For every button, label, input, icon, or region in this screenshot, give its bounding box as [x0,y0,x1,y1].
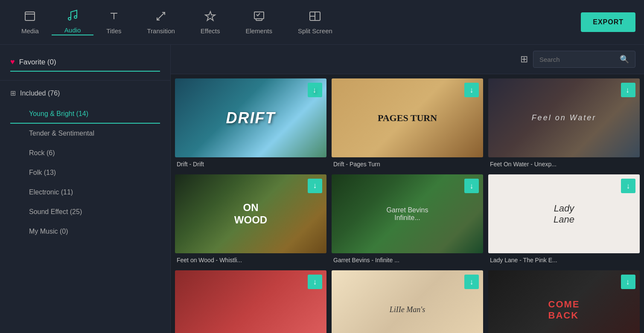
sidebar-item-folk[interactable]: Folk (13) [10,163,160,182]
nav-split-screen[interactable]: Split Screen [285,10,345,35]
nav-audio-label: Audio [64,26,81,34]
grid-label-feet-water: Feet On Water - Unexp... [488,157,640,169]
split-screen-icon [309,10,321,24]
content-grid: DRIFT ↓ Drift - Drift PAGES TURN ↓ Drift… [171,74,644,333]
nav-titles[interactable]: Titles [93,10,134,35]
nav-media-label: Media [21,27,39,35]
main-area: ♥ Favorite (0) ⊞ Included (76) Young & B… [0,45,644,333]
media-icon [24,10,36,24]
sidebar-favorite[interactable]: ♥ Favorite (0) [10,58,160,72]
sidebar-item-rock[interactable]: Rock (6) [10,143,160,163]
search-input[interactable] [539,56,616,63]
nav-transition-label: Transition [147,27,175,35]
grid-thumb-row3a: ↓ [175,270,326,333]
elements-icon [253,10,265,24]
grid-item-drift-pages[interactable]: PAGES TURN ↓ Drift - Pages Turn [332,78,483,169]
svg-point-2 [74,16,77,18]
grid-item-feet-wood[interactable]: ON WOOD ↓ Feet on Wood - Whistli... [175,174,326,265]
grid-thumb-row3b: LiIIe Man's ↓ [332,270,483,333]
nav-split-screen-label: Split Screen [298,27,332,35]
grid-label-drift-drift: Drift - Drift [175,157,326,169]
download-button-garret[interactable]: ↓ [464,179,479,193]
content-area: ⊞ 🔍 DRIFT ↓ Drift - Drift PAGES TURN ↓ [171,45,644,333]
download-button-drift-drift[interactable]: ↓ [308,83,322,97]
sidebar-item-my-music[interactable]: My Music (0) [10,222,160,241]
grid-thumb-drift-drift: DRIFT ↓ [175,78,326,157]
favorite-label: Favorite (0) [19,58,56,67]
download-button-row3c[interactable]: ↓ [621,275,635,289]
download-button-feet-water[interactable]: ↓ [621,83,635,97]
audio-icon [67,9,79,23]
nav-transition[interactable]: Transition [134,10,188,35]
search-icon[interactable]: 🔍 [620,55,629,64]
svg-rect-0 [25,12,35,20]
sidebar-favorite-section: ♥ Favorite (0) [0,53,170,81]
nav-effects[interactable]: Effects [188,10,233,35]
grid-label-drift-pages: Drift - Pages Turn [332,157,483,169]
export-button[interactable]: EXPORT [581,12,635,32]
grid-label-garret: Garret Bevins - Infinite ... [332,253,483,265]
grid-item-lady-lane[interactable]: Lady Lane ↓ Lady Lane - The Pink E... [488,174,640,265]
content-toolbar: ⊞ 🔍 [171,45,644,74]
nav-effects-label: Effects [201,27,220,35]
svg-rect-3 [254,12,264,19]
grid-thumb-feet-wood: ON WOOD ↓ [175,174,326,253]
included-label: Included (76) [20,90,60,97]
download-button-row3a[interactable]: ↓ [308,275,322,289]
grid-thumb-feet-water: Feel on Water ↓ [488,78,640,157]
grid-item-garret[interactable]: Garret Bevins Infinite... ↓ Garret Bevin… [332,174,483,265]
download-button-row3b[interactable]: ↓ [464,275,479,289]
download-button-drift-pages[interactable]: ↓ [464,83,479,97]
titles-icon [108,10,120,24]
sidebar-item-tender[interactable]: Tender & Sentimental [10,124,160,143]
search-box: 🔍 [533,51,635,68]
heart-icon: ♥ [10,58,15,67]
grid-item-feet-water[interactable]: Feel on Water ↓ Feet On Water - Unexp... [488,78,640,169]
grid-thumb-row3c: COME BACK ↓ [488,270,640,333]
grid-icon: ⊞ [10,89,16,97]
download-button-lady-lane[interactable]: ↓ [621,179,635,193]
grid-item-row3c[interactable]: COME BACK ↓ [488,270,640,333]
grid-thumb-garret: Garret Bevins Infinite... ↓ [332,174,483,253]
nav-audio[interactable]: Audio [52,9,93,35]
grid-item-row3b[interactable]: LiIIe Man's ↓ [332,270,483,333]
grid-label-feet-wood: Feet on Wood - Whistli... [175,253,326,265]
grid-item-row3a[interactable]: ↓ [175,270,326,333]
grid-thumb-drift-pages: PAGES TURN ↓ [332,78,483,157]
effects-icon [204,10,216,24]
nav-elements[interactable]: Elements [233,10,285,35]
sidebar-included: ⊞ Included (76) [10,89,160,97]
sidebar: ♥ Favorite (0) ⊞ Included (76) Young & B… [0,45,171,333]
sidebar-item-sound-effect[interactable]: Sound Effect (25) [10,202,160,222]
nav-titles-label: Titles [106,27,121,35]
grid-item-drift-drift[interactable]: DRIFT ↓ Drift - Drift [175,78,326,169]
nav-elements-label: Elements [245,27,272,35]
grid-thumb-lady-lane: Lady Lane ↓ [488,174,640,253]
grid-label-lady-lane: Lady Lane - The Pink E... [488,253,640,265]
download-button-feet-wood[interactable]: ↓ [308,179,322,193]
nav-media[interactable]: Media [9,10,52,35]
sidebar-item-electronic[interactable]: Electronic (11) [10,182,160,202]
grid-view-icon[interactable]: ⊞ [520,54,528,65]
sidebar-item-young-bright[interactable]: Young & Bright (14) [10,104,160,124]
svg-point-1 [68,17,71,20]
top-nav: Media Audio Titles Transition [0,0,644,45]
transition-icon [155,10,167,24]
sidebar-included-section: ⊞ Included (76) Young & Bright (14) Tend… [0,81,170,246]
